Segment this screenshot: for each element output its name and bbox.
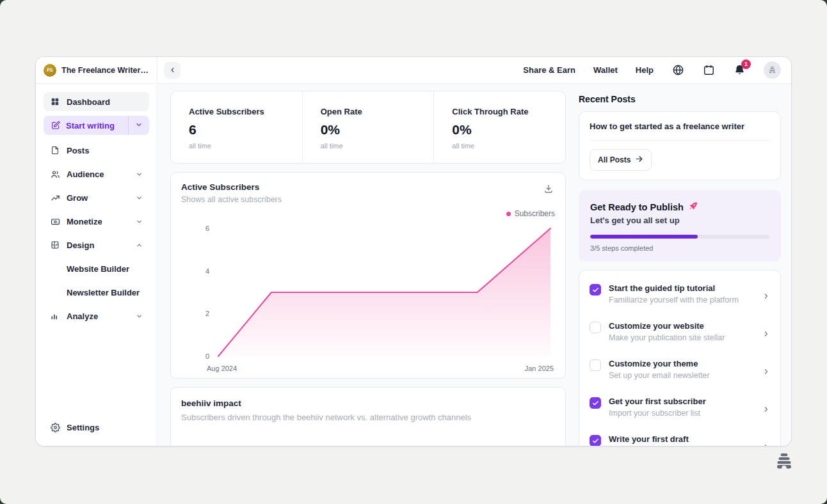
main-content: Active Subscribers 6 all time Open Rate … — [157, 84, 791, 446]
workspace-avatar: FS — [44, 64, 56, 77]
recent-post-title[interactable]: How to get started as a freelance writer — [590, 122, 770, 131]
sidebar-item-newsletter-builder[interactable]: Newsletter Builder — [44, 283, 149, 302]
dashboard-right-column: Recent Posts How to get started as a fre… — [579, 91, 781, 446]
checklist-item-customize-website[interactable]: Customize your website Make your publica… — [590, 313, 770, 350]
sidebar-collapse-button[interactable] — [164, 62, 181, 79]
user-avatar[interactable] — [764, 61, 781, 79]
chevron-left-icon — [169, 65, 176, 76]
step-title: Start the guided tip tutorial — [609, 283, 755, 293]
topbar-actions: Share & Earn Wallet Help 1 — [523, 61, 791, 79]
sidebar-item-label: Website Builder — [67, 264, 129, 274]
checklist-item-first-draft[interactable]: Write your first draft Explore our edito… — [590, 426, 770, 446]
dashboard-left-column: Active Subscribers 6 all time Open Rate … — [170, 91, 566, 446]
design-icon — [50, 240, 60, 250]
globe-icon[interactable] — [671, 64, 684, 77]
desktop-background: FS The Freelance Writer's... Share & Ear… — [0, 0, 827, 504]
stat-click-through-rate: Click Through Rate 0% all time — [433, 91, 565, 163]
trend-up-icon — [50, 193, 60, 203]
svg-text:Jan 2025: Jan 2025 — [525, 365, 554, 372]
stat-value: 0% — [452, 122, 547, 138]
legend-dot-subscribers — [506, 212, 511, 216]
notifications-bell-icon[interactable]: 1 — [733, 64, 746, 77]
wallet-link[interactable]: Wallet — [593, 65, 618, 75]
divider — [590, 140, 770, 141]
chevron-right-icon — [762, 442, 770, 446]
subscribers-area-chart: 0246Aug 2024Jan 2025 — [181, 218, 556, 375]
arrow-right-icon — [635, 155, 643, 165]
calendar-icon[interactable] — [702, 64, 715, 77]
sidebar-item-settings[interactable]: Settings — [44, 418, 149, 437]
stat-period: all time — [452, 142, 547, 150]
pencil-square-icon — [51, 120, 61, 130]
checklist-item-first-subscriber[interactable]: Get your first subscriber Import your su… — [590, 388, 770, 426]
chevron-down-icon — [136, 218, 143, 225]
start-writing-split-button: Start writing — [44, 116, 149, 135]
svg-text:2: 2 — [205, 310, 209, 317]
sidebar-item-label: Dashboard — [67, 97, 110, 107]
legend-label: Subscribers — [515, 209, 555, 218]
cash-icon — [50, 216, 60, 226]
step-title: Customize your theme — [609, 359, 755, 368]
stat-label: Click Through Rate — [452, 107, 547, 116]
sidebar-item-label: Audience — [67, 169, 104, 179]
sidebar-item-label: Grow — [67, 193, 88, 203]
checklist-item-customize-theme[interactable]: Customize your theme Set up your email n… — [590, 350, 770, 388]
share-and-earn-link[interactable]: Share & Earn — [523, 65, 575, 75]
stat-label: Active Subscribers — [189, 107, 284, 116]
all-posts-button[interactable]: All Posts — [590, 149, 652, 171]
document-icon — [50, 145, 60, 155]
stat-value: 0% — [321, 122, 416, 138]
checkbox-checked[interactable] — [590, 435, 601, 446]
stat-period: all time — [321, 142, 416, 150]
sidebar-item-design[interactable]: Design — [44, 235, 149, 255]
chevron-right-icon — [762, 404, 770, 416]
help-link[interactable]: Help — [636, 65, 654, 75]
step-title: Customize your website — [609, 321, 755, 331]
checkbox-checked[interactable] — [590, 284, 601, 295]
chart-legend: Subscribers — [181, 209, 555, 218]
chevron-right-icon — [762, 291, 770, 303]
checkbox-unchecked[interactable] — [590, 322, 601, 333]
sidebar-item-monetize[interactable]: Monetize — [44, 212, 149, 231]
svg-text:6: 6 — [205, 224, 209, 232]
rocket-icon — [688, 201, 698, 213]
stat-active-subscribers: Active Subscribers 6 all time — [171, 91, 302, 163]
onboarding-progress-bar — [590, 235, 769, 239]
chevron-right-icon — [762, 366, 770, 378]
step-title: Write your first draft — [609, 434, 755, 444]
download-icon[interactable] — [542, 182, 555, 195]
checklist-item-guided-tutorial[interactable]: Start the guided tip tutorial Familiariz… — [590, 275, 770, 313]
sidebar-item-dashboard[interactable]: Dashboard — [44, 92, 149, 111]
recent-posts-heading: Recent Posts — [579, 94, 781, 104]
beehiiv-impact-card: beehiiv impact Subscribers driven throug… — [170, 387, 566, 446]
workspace-switcher[interactable]: FS The Freelance Writer's... — [36, 57, 157, 84]
sidebar-item-posts[interactable]: Posts — [44, 141, 149, 160]
svg-text:4: 4 — [205, 267, 209, 275]
sidebar-item-audience[interactable]: Audience — [44, 164, 149, 184]
onboarding-subtitle: Let's get you all set up — [590, 216, 769, 225]
beehiiv-app-window: FS The Freelance Writer's... Share & Ear… — [35, 56, 792, 446]
onboarding-title: Get Ready to Publish — [590, 202, 684, 212]
sidebar-item-analyze[interactable]: Analyze — [44, 306, 149, 326]
sidebar-item-label: Settings — [67, 423, 99, 432]
stats-card: Active Subscribers 6 all time Open Rate … — [170, 91, 566, 164]
step-subtitle: Import your subscriber list — [609, 409, 755, 418]
sidebar-item-grow[interactable]: Grow — [44, 188, 149, 207]
checkbox-unchecked[interactable] — [590, 359, 601, 371]
checkbox-checked[interactable] — [590, 397, 601, 409]
sidebar-item-website-builder[interactable]: Website Builder — [44, 259, 149, 278]
svg-text:0: 0 — [205, 352, 209, 360]
beehiiv-hive-icon — [773, 450, 795, 472]
stat-open-rate: Open Rate 0% all time — [302, 91, 434, 163]
gear-icon — [50, 422, 60, 432]
onboarding-progress-fill — [590, 235, 698, 239]
chevron-down-icon — [135, 120, 143, 131]
stat-value: 6 — [189, 122, 284, 138]
sidebar-item-label: Design — [67, 240, 94, 250]
sidebar-item-label: Posts — [67, 146, 89, 155]
start-writing-dropdown-button[interactable] — [129, 116, 149, 135]
stat-period: all time — [189, 142, 284, 150]
sidebar-item-label: Newsletter Builder — [67, 288, 140, 297]
start-writing-button[interactable]: Start writing — [44, 116, 128, 135]
bar-chart-icon — [50, 311, 60, 321]
